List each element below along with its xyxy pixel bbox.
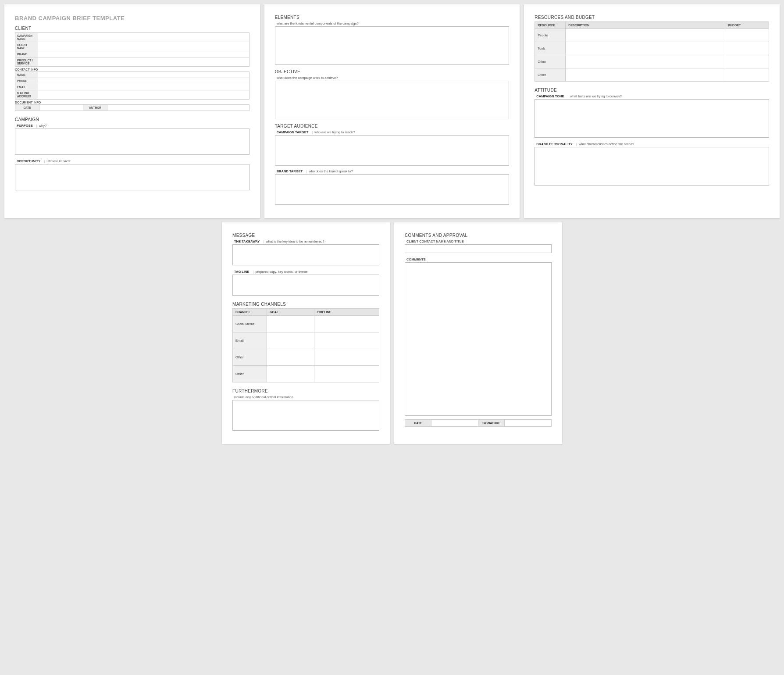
client-product-label: PRODUCT / SERVICE (15, 57, 38, 67)
res-col-budget: BUDGET (725, 22, 769, 29)
doc-date-label: DATE (15, 105, 39, 111)
mc-col-goal: GOAL (267, 309, 314, 316)
doc-info-table: DATE AUTHOR (15, 104, 249, 111)
contact-phone-label: PHONE (15, 78, 38, 84)
purpose-prompt: PURPOSE|why? (15, 124, 249, 128)
contact-mailing-label: MAILING ADDRESS (15, 90, 38, 100)
takeaway-textarea[interactable] (232, 244, 379, 265)
sig-date-input[interactable] (431, 420, 478, 427)
mc-goal-2[interactable] (267, 349, 314, 366)
campaign-tone-textarea[interactable] (535, 99, 769, 138)
mc-row-2: Other (233, 349, 267, 366)
contact-info-header: CONTACT INFO (15, 68, 249, 71)
message-header: MESSAGE (232, 233, 379, 238)
opportunity-prompt: OPPORTUNITY|ultimate impact? (15, 159, 249, 163)
client-product-input[interactable] (38, 57, 249, 67)
contact-email-input[interactable] (38, 84, 249, 90)
res-row-1: Tools (535, 42, 566, 55)
doc-date-input[interactable] (39, 105, 83, 111)
objective-textarea[interactable] (275, 81, 510, 119)
document-title: BRAND CAMPAIGN BRIEF TEMPLATE (15, 15, 249, 21)
sig-signature-input[interactable] (505, 420, 552, 427)
res-desc-2[interactable] (566, 55, 725, 68)
client-table: CAMPAIGN NAME CLIENT NAME BRAND PRODUCT … (15, 32, 249, 67)
sig-signature-label: SIGNATURE (478, 420, 505, 427)
brand-target-textarea[interactable] (275, 174, 510, 205)
signature-table: DATE SIGNATURE (405, 419, 552, 427)
contact-email-label: EMAIL (15, 84, 38, 90)
campaign-tone-prompt: CAMPAIGN TONE|what traits are we trying … (535, 94, 769, 98)
resources-table: RESOURCE DESCRIPTION BUDGET People Tools… (535, 21, 769, 82)
mc-row-0: Social Media (233, 316, 267, 332)
target-audience-header: TARGET AUDIENCE (275, 124, 510, 129)
objective-header: OBJECTIVE (275, 69, 510, 74)
client-header: CLIENT (15, 26, 249, 31)
campaign-target-textarea[interactable] (275, 135, 510, 166)
res-col-description: DESCRIPTION (566, 22, 725, 29)
page-5: COMMENTS AND APPROVAL CLIENT CONTACT NAM… (394, 222, 562, 444)
doc-author-label: AUTHOR (83, 105, 107, 111)
objective-hint: what does the campaign work to achieve? (275, 76, 510, 80)
elements-hint: what are the fundamental components of t… (275, 21, 510, 25)
campaign-header: CAMPAIGN (15, 117, 249, 122)
furthermore-hint: include any additional critical informat… (232, 395, 379, 399)
comments-label: COMMENTS (405, 257, 552, 261)
tagline-textarea[interactable] (232, 275, 379, 296)
sig-date-label: DATE (405, 420, 431, 427)
res-desc-1[interactable] (566, 42, 725, 55)
mc-timeline-3[interactable] (314, 366, 379, 382)
client-name-label: CLIENT NAME (15, 42, 38, 51)
takeaway-prompt: THE TAKEAWAY|what is the key idea to be … (232, 239, 379, 243)
client-brand-label: BRAND (15, 51, 38, 57)
res-budget-1[interactable] (725, 42, 769, 55)
res-desc-0[interactable] (566, 29, 725, 42)
client-campaign-name-input[interactable] (38, 33, 249, 42)
res-row-3: Other (535, 68, 566, 82)
opportunity-textarea[interactable] (15, 164, 249, 190)
campaign-target-prompt: CAMPAIGN TARGET|who are we trying to rea… (275, 130, 510, 134)
mc-timeline-2[interactable] (314, 349, 379, 366)
furthermore-textarea[interactable] (232, 400, 379, 431)
doc-author-input[interactable] (107, 105, 249, 111)
res-budget-2[interactable] (725, 55, 769, 68)
elements-header: ELEMENTS (275, 15, 510, 20)
mc-row-1: Email (233, 332, 267, 349)
marketing-channels-table: CHANNEL GOAL TIMELINE Social Media Email… (232, 308, 379, 382)
res-row-0: People (535, 29, 566, 42)
mc-row-3: Other (233, 366, 267, 382)
res-desc-3[interactable] (566, 68, 725, 82)
res-budget-3[interactable] (725, 68, 769, 82)
mc-goal-3[interactable] (267, 366, 314, 382)
brand-target-prompt: BRAND TARGET|who does the brand speak to… (275, 169, 510, 173)
purpose-textarea[interactable] (15, 129, 249, 155)
client-contact-input[interactable] (405, 244, 552, 253)
page-3: RESOURCES AND BUDGET RESOURCE DESCRIPTIO… (524, 4, 780, 218)
mc-goal-1[interactable] (267, 332, 314, 349)
mc-timeline-0[interactable] (314, 316, 379, 332)
mc-col-channel: CHANNEL (233, 309, 267, 316)
res-budget-0[interactable] (725, 29, 769, 42)
brand-personality-textarea[interactable] (535, 147, 769, 186)
tagline-prompt: TAG LINE|prepared copy, key words, or th… (232, 270, 379, 274)
comments-textarea[interactable] (405, 262, 552, 416)
doc-info-header: DOCUMENT INFO (15, 101, 249, 104)
res-row-2: Other (535, 55, 566, 68)
mc-goal-0[interactable] (267, 316, 314, 332)
brand-personality-prompt: BRAND PERSONALITY|what characteristics d… (535, 142, 769, 146)
page-2: ELEMENTS what are the fundamental compon… (264, 4, 520, 218)
mc-col-timeline: TIMELINE (314, 309, 379, 316)
mc-timeline-1[interactable] (314, 332, 379, 349)
client-campaign-name-label: CAMPAIGN NAME (15, 33, 38, 42)
contact-name-input[interactable] (38, 72, 249, 78)
client-contact-label: CLIENT CONTACT NAME AND TITLE (405, 239, 552, 243)
client-brand-input[interactable] (38, 51, 249, 57)
client-name-input[interactable] (38, 42, 249, 51)
contact-name-label: NAME (15, 72, 38, 78)
page-1: BRAND CAMPAIGN BRIEF TEMPLATE CLIENT CAM… (4, 4, 260, 218)
contact-table: NAME PHONE EMAIL MAILING ADDRESS (15, 71, 249, 100)
elements-textarea[interactable] (275, 26, 510, 65)
contact-phone-input[interactable] (38, 78, 249, 84)
resources-header: RESOURCES AND BUDGET (535, 15, 769, 20)
comments-approval-header: COMMENTS AND APPROVAL (405, 233, 552, 238)
contact-mailing-input[interactable] (38, 90, 249, 100)
